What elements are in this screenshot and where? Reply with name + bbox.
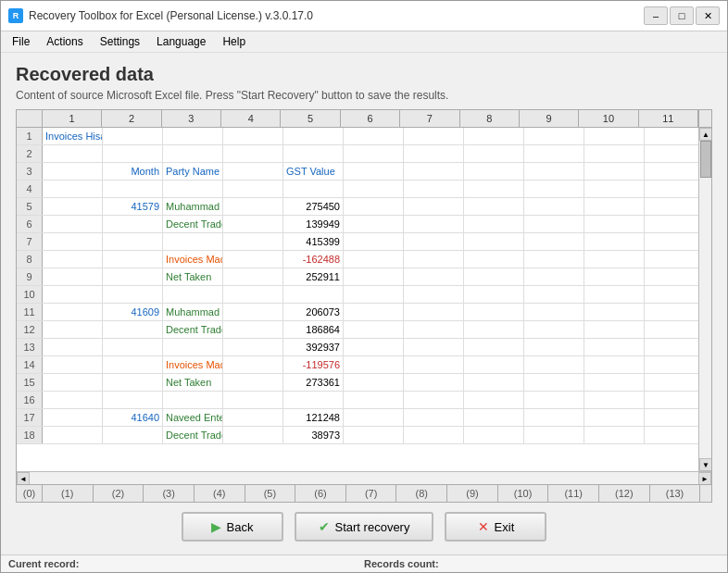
col-header-1: 1 bbox=[43, 110, 102, 127]
table-cell bbox=[103, 233, 163, 250]
table-cell bbox=[103, 356, 163, 373]
table-cell bbox=[344, 304, 404, 320]
table-cell bbox=[404, 374, 464, 391]
index-cell-7: (7) bbox=[346, 485, 397, 502]
table-cell bbox=[584, 339, 645, 355]
table-cell bbox=[464, 198, 524, 215]
table-cell bbox=[43, 145, 103, 162]
table-row: 1141609Muhammad H206073 bbox=[17, 304, 698, 321]
table-cell bbox=[103, 286, 163, 303]
table-cell: 41609 bbox=[103, 304, 163, 320]
table-cell bbox=[344, 356, 404, 373]
table-cell bbox=[344, 163, 404, 180]
close-button[interactable]: ✕ bbox=[696, 6, 720, 25]
row-number: 3 bbox=[17, 163, 43, 180]
index-cell-4: (4) bbox=[195, 485, 245, 502]
table-cell: Invoices Mad bbox=[163, 251, 223, 268]
row-number: 14 bbox=[17, 356, 43, 373]
scroll-right-button[interactable]: ► bbox=[698, 472, 711, 485]
scroll-thumb[interactable] bbox=[700, 141, 711, 178]
menu-help[interactable]: Help bbox=[215, 33, 253, 50]
minimize-button[interactable]: – bbox=[644, 6, 668, 25]
table-cell bbox=[163, 339, 223, 355]
table-cell bbox=[524, 427, 584, 443]
table-cell bbox=[223, 286, 283, 303]
start-recovery-button[interactable]: ✔ Start recovery bbox=[295, 512, 434, 542]
bottom-buttons: ▶ Back ✔ Start recovery ✕ Exit bbox=[16, 503, 712, 547]
col-header-4: 4 bbox=[221, 110, 281, 127]
table-cell: 41579 bbox=[103, 198, 163, 215]
table-cell bbox=[645, 374, 698, 391]
col-header-5: 5 bbox=[281, 110, 340, 127]
table-cell bbox=[103, 181, 163, 197]
exit-label: Exit bbox=[495, 520, 515, 534]
table-cell bbox=[524, 286, 584, 303]
row-number: 9 bbox=[17, 268, 43, 285]
row-number: 17 bbox=[17, 409, 43, 426]
table-row: 1Invoices Hisa bbox=[17, 128, 698, 145]
table-cell bbox=[103, 392, 163, 408]
scroll-thumb-area bbox=[699, 141, 711, 458]
menu-language[interactable]: Language bbox=[149, 33, 213, 50]
table-cell bbox=[584, 233, 645, 250]
table-cell bbox=[43, 374, 103, 391]
table-cell bbox=[404, 181, 464, 197]
table-cell: 415399 bbox=[283, 233, 344, 250]
menu-settings[interactable]: Settings bbox=[93, 33, 147, 50]
table-cell bbox=[103, 145, 163, 162]
table-cell bbox=[344, 339, 404, 355]
table-cell: 186864 bbox=[283, 321, 344, 338]
row-number: 4 bbox=[17, 181, 43, 197]
vertical-scrollbar[interactable]: ▲ ▼ bbox=[698, 128, 711, 471]
horizontal-scrollbar[interactable]: ◄ ► bbox=[17, 471, 711, 484]
table-cell bbox=[524, 339, 584, 355]
page-title: Recovered data bbox=[16, 64, 712, 85]
table-cell bbox=[223, 198, 283, 215]
table-row: 3MonthParty NameGST Value bbox=[17, 163, 698, 181]
table-cell bbox=[223, 427, 283, 443]
table-cell bbox=[645, 145, 698, 162]
row-number: 11 bbox=[17, 304, 43, 320]
table-cell: 252911 bbox=[283, 268, 344, 285]
col-header-9: 9 bbox=[520, 110, 579, 127]
table-cell bbox=[43, 286, 103, 303]
table-cell bbox=[103, 128, 163, 144]
table-cell bbox=[524, 356, 584, 373]
table-cell bbox=[464, 128, 524, 144]
table-cell: Decent Trade bbox=[163, 216, 223, 232]
check-icon: ✔ bbox=[319, 519, 330, 534]
table-row: 14Invoices Mad-119576 bbox=[17, 356, 698, 374]
table-cell bbox=[464, 268, 524, 285]
table-cell bbox=[464, 251, 524, 268]
col-headers: 1 2 3 4 5 6 7 8 9 10 11 bbox=[17, 110, 698, 128]
scroll-left-button[interactable]: ◄ bbox=[17, 472, 30, 485]
table-cell bbox=[43, 251, 103, 268]
maximize-button[interactable]: □ bbox=[670, 6, 694, 25]
table-cell bbox=[645, 251, 698, 268]
index-cell-1: (1) bbox=[43, 485, 94, 502]
table-cell bbox=[645, 286, 698, 303]
menu-file[interactable]: File bbox=[5, 33, 37, 50]
scroll-up-button[interactable]: ▲ bbox=[699, 128, 711, 141]
table-cell: Net Taken bbox=[163, 268, 223, 285]
scroll-down-button[interactable]: ▼ bbox=[699, 458, 711, 471]
row-number: 10 bbox=[17, 286, 43, 303]
table-cell: 121248 bbox=[283, 409, 344, 426]
table-cell bbox=[344, 321, 404, 338]
table-cell bbox=[404, 163, 464, 180]
table-cell bbox=[344, 233, 404, 250]
back-icon: ▶ bbox=[211, 519, 221, 534]
scroll-h-track bbox=[30, 472, 698, 484]
index-cell-10: (10) bbox=[498, 485, 549, 502]
col-header-10: 10 bbox=[579, 110, 638, 127]
table-row: 12Decent Trade186864 bbox=[17, 321, 698, 339]
table-cell bbox=[584, 268, 645, 285]
table-cell bbox=[584, 356, 645, 373]
table-cell bbox=[223, 356, 283, 373]
table-cell bbox=[283, 286, 344, 303]
back-button[interactable]: ▶ Back bbox=[182, 512, 283, 542]
exit-button[interactable]: ✕ Exit bbox=[445, 512, 546, 542]
menu-actions[interactable]: Actions bbox=[39, 33, 90, 50]
table-cell bbox=[404, 251, 464, 268]
start-recovery-label: Start recovery bbox=[335, 520, 410, 534]
